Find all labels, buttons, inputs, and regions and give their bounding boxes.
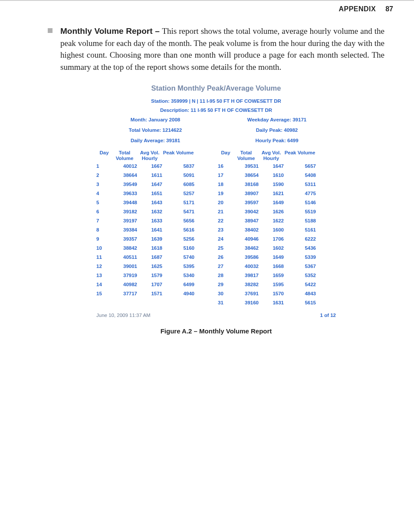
cell-total-volume: 38664 — [112, 173, 137, 178]
cell-total-volume: 39160 — [233, 300, 259, 305]
cell-day: 18 — [216, 182, 233, 187]
cell-peak-volume: 5395 — [162, 264, 194, 269]
cell-peak-volume: 5311 — [284, 182, 316, 187]
cell-day: 15 — [95, 291, 112, 296]
cell-day: 26 — [216, 255, 233, 260]
bullet-paragraph: Monthly Volume Report – This report show… — [48, 25, 384, 73]
table-row: 233840216005161 — [216, 226, 338, 233]
table-row: 203959716495146 — [216, 199, 338, 206]
cell-total-volume: 39182 — [112, 209, 137, 214]
cell-day: 11 — [95, 255, 112, 260]
table-row: 244094617066222 — [216, 235, 338, 242]
cell-peak-volume: 5615 — [284, 300, 316, 305]
table-row: 153771715714940 — [95, 290, 216, 297]
cell-peak-volume: 5160 — [162, 245, 194, 251]
cell-total-volume: 40511 — [112, 255, 137, 260]
cell-peak-volume: 5257 — [162, 191, 194, 196]
cell-avg-hourly: 1571 — [137, 291, 162, 296]
table-row: 293828215955422 — [216, 281, 338, 288]
hdr-total-volume: Total Volume — [112, 150, 137, 161]
cell-total-volume: 39197 — [112, 218, 137, 223]
table-row: 144098217076499 — [95, 281, 216, 288]
table-row: 73919716335656 — [95, 217, 216, 224]
cell-peak-volume: 5188 — [284, 218, 316, 223]
cell-total-volume: 39633 — [112, 191, 137, 196]
hdr-avg-hourly: Avg Vol. Hourly — [259, 150, 284, 161]
cell-day: 22 — [216, 218, 233, 223]
cell-peak-volume: 5436 — [284, 245, 316, 251]
cell-day: 29 — [216, 282, 233, 287]
figure-caption: Figure A.2 – Monthly Volume Report — [48, 327, 384, 335]
cell-avg-hourly: 1626 — [259, 209, 284, 214]
cell-avg-hourly: 1622 — [259, 218, 284, 223]
cell-avg-hourly: 1641 — [137, 227, 162, 232]
table-row: 83938416415616 — [95, 226, 216, 233]
cell-day: 6 — [95, 209, 112, 214]
cell-peak-volume: 5657 — [284, 163, 316, 169]
cell-avg-hourly: 1611 — [137, 173, 162, 178]
cell-peak-volume: 5471 — [162, 209, 194, 214]
cell-total-volume: 38842 — [112, 245, 137, 251]
cell-total-volume: 38654 — [233, 173, 259, 178]
cell-peak-volume: 4940 — [162, 291, 194, 296]
cell-avg-hourly: 1649 — [259, 255, 284, 260]
cell-total-volume: 38168 — [233, 182, 259, 187]
cell-avg-hourly: 1579 — [137, 273, 162, 278]
cell-total-volume: 38282 — [233, 282, 259, 287]
cell-peak-volume: 5422 — [284, 282, 316, 287]
cell-day: 2 — [95, 173, 112, 178]
cell-peak-volume: 5740 — [162, 255, 194, 260]
table-row: 123900116255395 — [95, 263, 216, 270]
cell-day: 13 — [95, 273, 112, 278]
cell-day: 16 — [216, 163, 233, 169]
cell-day: 7 — [95, 218, 112, 223]
table-row: 163953116475657 — [216, 163, 338, 170]
cell-day: 24 — [216, 236, 233, 242]
cell-day: 31 — [216, 300, 233, 305]
cell-day: 28 — [216, 273, 233, 278]
table-left-body: 1400121667583723866416115091339549164760… — [95, 163, 216, 297]
cell-total-volume: 39531 — [233, 163, 259, 169]
report-table: Day Total Volume Avg Vol. Hourly Peak Vo… — [95, 149, 338, 308]
cell-total-volume: 38402 — [233, 227, 259, 232]
table-row: 133791915795340 — [95, 272, 216, 279]
cell-day: 1 — [95, 163, 112, 169]
cell-avg-hourly: 1602 — [259, 245, 284, 251]
cell-day: 23 — [216, 227, 233, 232]
paragraph-text: Monthly Volume Report – This report show… — [60, 25, 384, 73]
cell-total-volume: 38947 — [233, 218, 259, 223]
table-right: Day Total Volume Avg Vol. Hourly Peak Vo… — [216, 149, 338, 308]
cell-peak-volume: 6222 — [284, 236, 316, 242]
table-row: 263958616495339 — [216, 254, 338, 261]
table-row: 43963316515257 — [95, 190, 216, 197]
page-number: 87 — [385, 5, 393, 13]
cell-peak-volume: 5408 — [284, 173, 316, 178]
cell-avg-hourly: 1651 — [137, 191, 162, 196]
cell-total-volume: 39001 — [112, 264, 137, 269]
table-header-row: Day Total Volume Avg Vol. Hourly Peak Vo… — [95, 149, 216, 162]
report-station: Station: 359999 | N | 11 I-95 50 FT H OF… — [151, 98, 281, 104]
cell-total-volume: 39817 — [233, 273, 259, 278]
cell-total-volume: 40032 — [233, 264, 259, 269]
cell-day: 3 — [95, 182, 112, 187]
cell-avg-hourly: 1667 — [137, 163, 162, 169]
cell-total-volume: 38907 — [233, 191, 259, 196]
cell-day: 8 — [95, 227, 112, 232]
report-timestamp: June 10, 2009 11:37 AM — [96, 313, 151, 318]
table-row: 63918216325471 — [95, 208, 216, 215]
cell-day: 30 — [216, 291, 233, 296]
report-image-area: Station Monthly Peak/Average Volume Stat… — [95, 84, 338, 318]
cell-avg-hourly: 1631 — [259, 300, 284, 305]
cell-avg-hourly: 1659 — [259, 273, 284, 278]
table-right-body: 1639531164756571738654161054081838168159… — [216, 163, 338, 306]
cell-total-volume: 39586 — [233, 255, 259, 260]
hdr-day: Day — [216, 150, 233, 161]
table-row: 223894716225188 — [216, 217, 338, 224]
table-row: 53944816435171 — [95, 199, 216, 206]
meta-daily-peak: Daily Peak: 40982 — [256, 127, 298, 133]
cell-peak-volume: 5161 — [284, 227, 316, 232]
cell-day: 9 — [95, 236, 112, 242]
table-row: 23866416115091 — [95, 172, 216, 179]
cell-peak-volume: 5837 — [162, 163, 194, 169]
cell-peak-volume: 5352 — [284, 273, 316, 278]
